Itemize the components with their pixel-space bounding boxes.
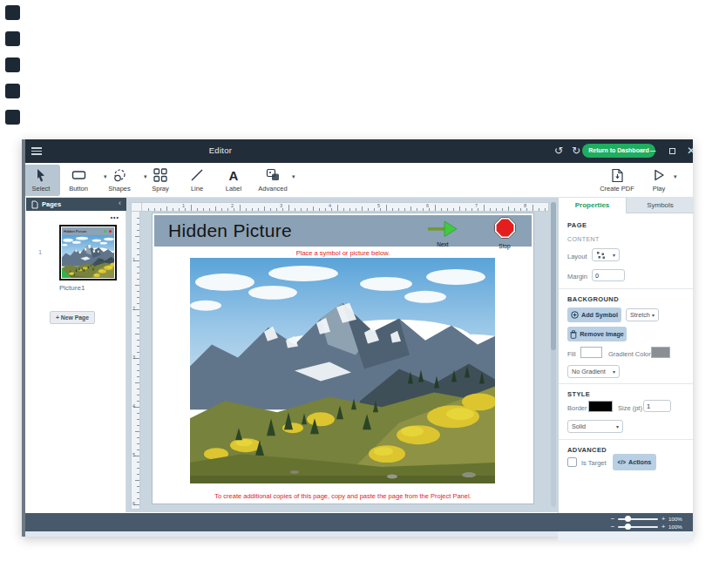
chevron-down-icon[interactable]: ▾: [292, 173, 295, 180]
ruler-tick: [252, 208, 253, 211]
canvas-scrollbar[interactable]: [551, 202, 556, 507]
tool-advanced[interactable]: Advanced: [254, 165, 292, 196]
border-label: Border: [567, 404, 587, 412]
thumbnail-next-dot: [104, 230, 106, 233]
ruler-number: 2: [231, 203, 234, 208]
ruler-tick: [502, 208, 503, 211]
tool-play[interactable]: Play: [640, 165, 678, 196]
section-style-heading: STYLE: [567, 390, 590, 398]
zoom-out-icon[interactable]: −: [609, 515, 616, 523]
ruler-tick: [246, 208, 247, 211]
tool-line[interactable]: Line: [178, 165, 216, 196]
ruler-tick: [209, 208, 210, 211]
zoom-out-icon[interactable]: −: [609, 523, 616, 531]
status-bar: − + 100% − + 100%: [22, 513, 693, 531]
tool-spray[interactable]: Spray: [141, 165, 180, 196]
fill-label: Fill: [567, 350, 576, 358]
next-button[interactable]: Next: [427, 220, 458, 247]
tool-shapes[interactable]: Shapes: [100, 165, 139, 196]
zoom-in-icon[interactable]: +: [660, 523, 667, 531]
return-to-dashboard-button[interactable]: Return to Dashboard: [582, 144, 655, 158]
ruler-tick: [356, 208, 356, 211]
redo-icon[interactable]: ↻: [569, 144, 583, 158]
slider-knob[interactable]: [625, 524, 631, 530]
vertical-ruler: 123456: [131, 212, 140, 510]
panel-bottom-edge: [558, 531, 693, 542]
ruler-tick: [160, 208, 161, 211]
titlebar: Editor ↺ ↻ Return to Dashboard – ✕: [22, 139, 693, 163]
ruler-tick: [478, 208, 478, 211]
close-button[interactable]: ✕: [684, 144, 698, 158]
actions-button[interactable]: </> Actions: [613, 454, 656, 470]
page-overflow-menu[interactable]: •••: [111, 214, 119, 220]
page-header-band[interactable]: Hidden Picture Next Stop: [154, 215, 532, 247]
ruler-tick: [137, 395, 139, 395]
ruler-tick: [137, 425, 139, 426]
gradient-select[interactable]: No Gradient ▾: [567, 365, 620, 378]
tool-button[interactable]: Button: [59, 165, 98, 196]
page[interactable]: Hidden Picture Next Stop Place a sy: [153, 213, 533, 504]
line-style-select[interactable]: Solid ▾: [567, 420, 623, 433]
zoom-in-icon[interactable]: +: [660, 515, 667, 523]
border-size-input[interactable]: [643, 400, 671, 412]
ruler-tick: [295, 208, 295, 211]
pages-panel-header[interactable]: Pages ‹: [26, 198, 126, 211]
ruler-tick: [137, 352, 139, 353]
ruler-tick: [368, 208, 369, 211]
background-image[interactable]: [190, 258, 495, 483]
pages-icon: [31, 200, 38, 209]
size-label: Size (pt): [618, 404, 642, 412]
tool-label[interactable]: A Label: [214, 165, 253, 196]
launcher-square: [5, 84, 20, 98]
ruler-tick: [276, 208, 277, 211]
fill-color-swatch[interactable]: [580, 347, 602, 358]
page-thumbnail[interactable]: Hidden Picture: [59, 225, 117, 280]
ruler-tick: [137, 224, 139, 225]
hamburger-menu-icon[interactable]: [31, 147, 42, 155]
maximize-button[interactable]: [665, 144, 679, 158]
collapse-panel-icon[interactable]: ‹: [119, 199, 121, 207]
slider-knob[interactable]: [625, 516, 631, 522]
gradient-color-label: Gradient Color: [608, 350, 651, 358]
minimize-button[interactable]: –: [646, 144, 660, 158]
tool-select[interactable]: Select: [22, 165, 60, 196]
ruler-number: 4: [329, 203, 331, 208]
is-target-label: Is Target: [581, 459, 607, 467]
ruler-tick: [137, 492, 139, 493]
layout-select[interactable]: ▾: [592, 248, 620, 261]
tab-symbols[interactable]: Symbols: [626, 198, 694, 213]
add-symbol-button[interactable]: Add Symbol: [567, 308, 621, 322]
ruler-tick: [137, 401, 139, 402]
is-target-checkbox[interactable]: [567, 457, 577, 467]
chevron-down-icon[interactable]: ▾: [674, 173, 677, 180]
thumbnail-corner-triangle: [62, 268, 71, 278]
trash-icon: [570, 330, 577, 339]
ruler-tick: [410, 206, 411, 211]
canvas-area[interactable]: 12345678 123456 Hidden Picture Next: [126, 198, 558, 512]
ruler-tick: [362, 206, 363, 211]
margin-label: Margin: [567, 273, 587, 280]
undo-icon[interactable]: ↺: [552, 144, 566, 158]
remove-image-button[interactable]: Remove Image: [567, 327, 627, 341]
stretch-select[interactable]: Stretch ▾: [626, 308, 659, 321]
scrollbar-thumb[interactable]: [551, 202, 556, 350]
ruler-number: 3: [280, 203, 282, 208]
tab-properties[interactable]: Properties: [559, 198, 626, 213]
tool-create-pdf[interactable]: Create PDF: [598, 165, 636, 196]
slider-track[interactable]: [618, 526, 658, 528]
ruler-tick: [137, 218, 139, 219]
ruler-tick: [137, 462, 139, 463]
layout-scatter-icon: [596, 251, 606, 260]
gradient-color-swatch[interactable]: [651, 347, 670, 358]
zoom-slider-vertical: − + 100%: [609, 523, 686, 531]
play-icon: [652, 166, 666, 184]
slider-track[interactable]: [618, 518, 658, 520]
ruler-tick: [135, 285, 139, 286]
add-circle-icon: [571, 311, 579, 319]
new-page-button[interactable]: + New Page: [50, 311, 95, 324]
margin-input[interactable]: [592, 269, 625, 281]
stop-button[interactable]: Stop: [492, 216, 517, 249]
section-page-heading: PAGE: [567, 221, 587, 229]
editor-window: Editor ↺ ↻ Return to Dashboard – ✕ Selec…: [22, 139, 693, 537]
border-color-swatch[interactable]: [588, 401, 613, 412]
